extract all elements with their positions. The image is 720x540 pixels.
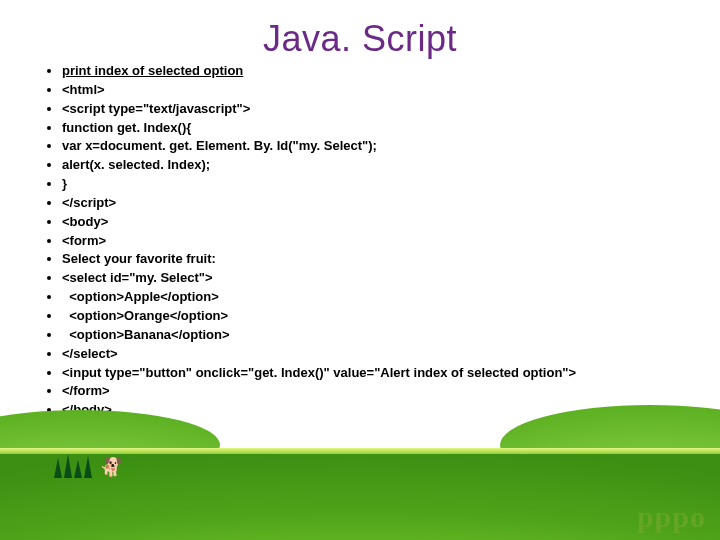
code-text: }: [62, 176, 67, 191]
code-text: <html>: [62, 82, 105, 97]
code-text: function get. Index(){: [62, 120, 191, 135]
dog-icon: 🐕: [100, 456, 122, 478]
code-line: <option>Banana</option>: [62, 326, 680, 345]
code-line: Select your favorite fruit:: [62, 250, 680, 269]
code-text: </form>: [62, 383, 110, 398]
code-text: <input type="button" onclick="get. Index…: [62, 365, 576, 380]
code-text: </select>: [62, 346, 118, 361]
code-line: alert(x. selected. Index);: [62, 156, 680, 175]
code-text: <script type="text/javascript">: [62, 101, 250, 116]
code-line: <select id="my. Select">: [62, 269, 680, 288]
code-line: <html>: [62, 81, 680, 100]
code-text: alert(x. selected. Index);: [62, 157, 210, 172]
code-text: Select your favorite fruit:: [62, 251, 216, 266]
code-text: print index of selected option: [62, 63, 243, 78]
code-text: </script>: [62, 195, 116, 210]
code-line: <option>Orange</option>: [62, 307, 680, 326]
tree-icon: [84, 456, 92, 478]
code-line: <option>Apple</option>: [62, 288, 680, 307]
slide-content: print index of selected option<html><scr…: [40, 62, 680, 439]
code-line: <script type="text/javascript">: [62, 100, 680, 119]
code-text: <option>Orange</option>: [62, 308, 228, 323]
code-line: </form>: [62, 382, 680, 401]
code-line: </script>: [62, 194, 680, 213]
trees-decoration: [54, 454, 92, 478]
code-list: print index of selected option<html><scr…: [40, 62, 680, 439]
code-text: var x=document. get. Element. By. Id("my…: [62, 138, 377, 153]
code-line: <body>: [62, 213, 680, 232]
code-text: <option>Banana</option>: [62, 327, 230, 342]
code-line: <input type="button" onclick="get. Index…: [62, 364, 680, 383]
code-line: print index of selected option: [62, 62, 680, 81]
slide: Java. Script print index of selected opt…: [0, 0, 720, 540]
code-line: }: [62, 175, 680, 194]
code-line: </select>: [62, 345, 680, 364]
code-line: var x=document. get. Element. By. Id("my…: [62, 137, 680, 156]
tree-icon: [64, 454, 72, 478]
tree-icon: [74, 460, 82, 478]
code-text: <option>Apple</option>: [62, 289, 219, 304]
watermark: pppo: [637, 500, 706, 534]
slide-title: Java. Script: [0, 18, 720, 60]
code-line: <form>: [62, 232, 680, 251]
code-text: <body>: [62, 214, 108, 229]
code-line: function get. Index(){: [62, 119, 680, 138]
tree-icon: [54, 458, 62, 478]
code-text: <form>: [62, 233, 106, 248]
code-text: <select id="my. Select">: [62, 270, 212, 285]
